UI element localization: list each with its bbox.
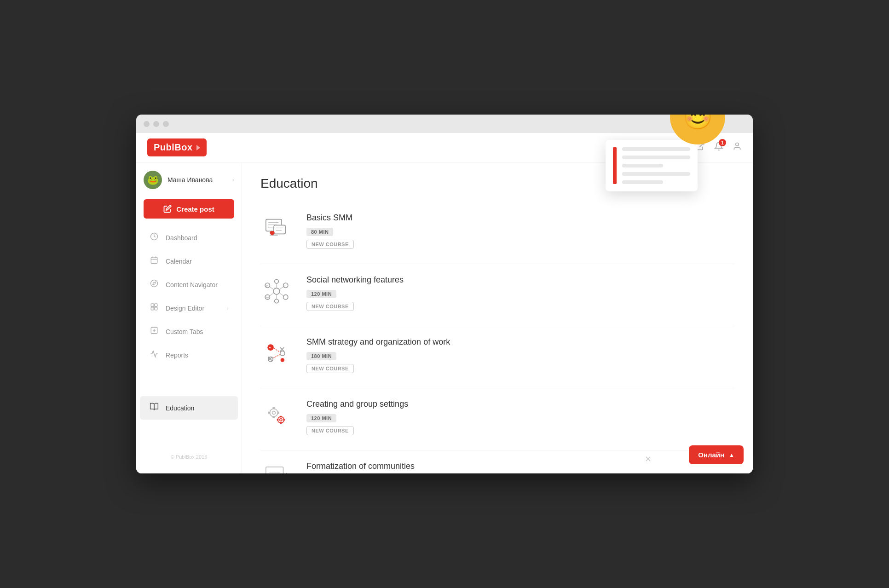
course-card-social-networking[interactable]: in f tw Social networking features 120 M… xyxy=(260,264,734,326)
svg-point-51 xyxy=(281,358,285,362)
education-icon xyxy=(149,402,159,414)
course-icon-basics-smm xyxy=(260,213,293,245)
svg-rect-56 xyxy=(268,411,270,414)
sidebar-item-calendar-label: Calendar xyxy=(166,258,192,265)
svg-point-25 xyxy=(273,288,280,294)
content-area: Education xyxy=(242,162,753,473)
main-layout: 🐸 Маша Иванова › Create post xyxy=(136,162,753,473)
svg-rect-55 xyxy=(272,416,275,418)
course-duration-basics-smm: 80 MIN xyxy=(306,228,333,236)
svg-point-7 xyxy=(151,280,158,287)
course-card-basics-smm[interactable]: Basics SMM 80 MIN NEW COURSE xyxy=(260,202,734,264)
dashboard-icon xyxy=(149,232,159,243)
svg-text:•: • xyxy=(269,345,271,350)
logo-arrow xyxy=(196,145,200,150)
svg-line-49 xyxy=(274,348,280,352)
sidebar-item-education-label: Education xyxy=(166,404,194,412)
course-info-basics-smm: Basics SMM 80 MIN NEW COURSE xyxy=(306,213,734,253)
notif-line-3 xyxy=(622,164,663,167)
svg-point-59 xyxy=(280,419,282,421)
sidebar-item-design-editor-label: Design Editor xyxy=(166,305,204,312)
custom-tabs-icon xyxy=(149,326,159,337)
online-chevron-icon: ▲ xyxy=(729,452,734,458)
create-post-button[interactable]: Create post xyxy=(144,199,234,219)
browser-window: 😊 PublBox xyxy=(136,115,753,473)
course-duration-group-settings: 120 MIN xyxy=(306,414,336,422)
svg-point-31 xyxy=(275,299,279,303)
user-avatar: 🐸 xyxy=(144,171,162,189)
course-card-group-settings[interactable]: Creating and group settings 120 MIN NEW … xyxy=(260,388,734,450)
sidebar-item-reports[interactable]: Reports xyxy=(140,344,238,366)
svg-rect-61 xyxy=(280,422,282,424)
course-info-communities: Formatization of communities 60 MIN NEW … xyxy=(306,461,734,473)
user-chevron-icon: › xyxy=(232,177,234,183)
logo[interactable]: PublBox xyxy=(147,138,207,156)
notif-red-bar xyxy=(613,147,617,184)
course-icon-group-settings xyxy=(260,399,293,432)
course-icon-smm-strategy: • xyxy=(260,337,293,369)
svg-line-32 xyxy=(270,287,273,289)
svg-line-33 xyxy=(280,287,283,289)
sidebar: 🐸 Маша Иванова › Create post xyxy=(136,162,242,473)
user-row[interactable]: 🐸 Маша Иванова › xyxy=(136,162,242,197)
svg-text:f: f xyxy=(284,285,285,288)
design-editor-chevron-icon: › xyxy=(227,306,229,311)
svg-point-27 xyxy=(283,283,288,288)
svg-point-1 xyxy=(736,143,739,146)
svg-point-42 xyxy=(280,351,285,356)
course-info-social-networking: Social networking features 120 MIN NEW C… xyxy=(306,275,734,315)
svg-rect-60 xyxy=(280,416,282,417)
svg-rect-3 xyxy=(151,257,157,264)
svg-line-35 xyxy=(280,293,283,295)
browser-dot-red xyxy=(144,121,150,127)
svg-point-30 xyxy=(275,279,279,283)
course-title-social-networking: Social networking features xyxy=(306,275,734,285)
notification-badge: 1 xyxy=(719,139,726,146)
sidebar-item-reports-label: Reports xyxy=(166,352,188,359)
sidebar-item-custom-tabs[interactable]: Custom Tabs xyxy=(140,320,238,343)
notif-line-5 xyxy=(622,180,663,184)
svg-text:tw: tw xyxy=(266,296,269,299)
user-profile-icon[interactable] xyxy=(733,142,742,153)
online-button[interactable]: Онлайн ▲ xyxy=(689,445,744,464)
course-title-communities: Formatization of communities xyxy=(306,461,734,471)
svg-line-34 xyxy=(270,293,273,295)
sidebar-item-design-editor[interactable]: Design Editor › xyxy=(140,297,238,319)
svg-rect-10 xyxy=(155,304,157,306)
reports-icon xyxy=(149,350,159,360)
browser-dot-green xyxy=(163,121,169,127)
svg-rect-57 xyxy=(277,411,279,414)
svg-rect-11 xyxy=(151,307,154,310)
svg-rect-63 xyxy=(283,419,285,421)
sidebar-item-dashboard[interactable]: Dashboard xyxy=(140,226,238,249)
notification-icon[interactable]: 1 xyxy=(714,142,723,153)
svg-point-58 xyxy=(278,417,284,423)
logo-text: PublBox xyxy=(154,142,193,153)
sidebar-item-education[interactable]: Education xyxy=(140,396,238,420)
course-title-basics-smm: Basics SMM xyxy=(306,213,734,223)
copyright-text: © PublBox 2016 xyxy=(171,454,208,460)
user-name: Маша Иванова xyxy=(167,176,213,184)
course-info-group-settings: Creating and group settings 120 MIN NEW … xyxy=(306,399,734,439)
course-badge-group-settings: NEW COURSE xyxy=(306,426,354,435)
sidebar-item-custom-tabs-label: Custom Tabs xyxy=(166,328,203,335)
course-card-communities[interactable]: Formatization of communities 60 MIN NEW … xyxy=(260,450,734,473)
sidebar-footer: © PublBox 2016 xyxy=(136,450,242,464)
svg-point-29 xyxy=(283,295,288,300)
course-title-group-settings: Creating and group settings xyxy=(306,399,734,409)
sidebar-item-dashboard-label: Dashboard xyxy=(166,234,197,242)
svg-point-52 xyxy=(270,409,277,416)
sidebar-item-content-navigator[interactable]: Content Navigator xyxy=(140,273,238,296)
browser-titlebar xyxy=(136,115,753,133)
course-card-smm-strategy[interactable]: • S xyxy=(260,326,734,388)
close-popup-icon[interactable]: ✕ xyxy=(645,454,652,464)
notif-lines xyxy=(622,147,690,184)
notif-line-2 xyxy=(622,156,690,159)
course-duration-smm-strategy: 180 MIN xyxy=(306,352,336,360)
svg-marker-8 xyxy=(153,282,156,285)
sidebar-item-calendar[interactable]: Calendar xyxy=(140,250,238,272)
browser-dot-yellow xyxy=(153,121,159,127)
svg-rect-9 xyxy=(151,304,154,306)
course-badge-smm-strategy: NEW COURSE xyxy=(306,364,354,373)
course-badge-basics-smm: NEW COURSE xyxy=(306,240,354,249)
